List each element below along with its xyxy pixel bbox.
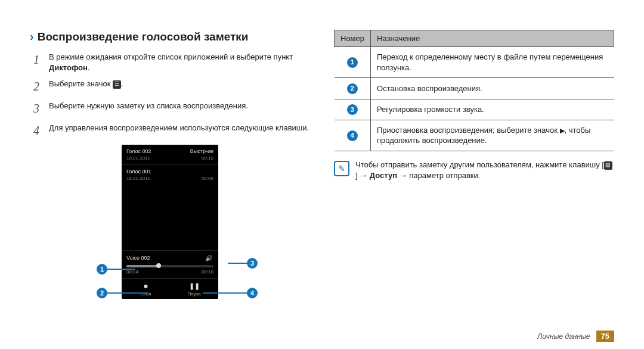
phone-header-title: Голос 002 <box>126 148 151 154</box>
callout-2: 2 <box>97 288 107 298</box>
play-icon: ▶ <box>560 127 565 134</box>
stop-button[interactable]: ■ <box>122 279 170 291</box>
time-total: 00:10 <box>202 269 213 275</box>
row-badge: 1 <box>347 57 358 68</box>
note-icon: ✎ <box>334 161 349 176</box>
volume-icon[interactable]: 🔊 <box>204 254 213 261</box>
step-number: 4 <box>33 123 49 139</box>
pause-button[interactable]: ❚❚ <box>170 279 218 291</box>
list-icon <box>113 80 121 89</box>
steps-list: 1 В режиме ожидания откройте список прил… <box>30 52 310 139</box>
row-desc: Переход к определенному месту в файле пу… <box>371 47 614 78</box>
step-text: Выберите нужную заметку из списка воспро… <box>49 101 310 117</box>
step-text: Для управления воспроизведением использу… <box>49 123 310 139</box>
phone-header-action: Выстр-ие <box>190 148 213 154</box>
step-number: 1 <box>33 52 49 73</box>
footer-page-number: 75 <box>596 331 614 342</box>
callout-3: 3 <box>247 258 258 269</box>
row-badge: 4 <box>347 130 358 141</box>
step-text: Выберите значок . <box>49 79 310 95</box>
callout-1: 1 <box>97 264 107 275</box>
step-number: 2 <box>33 79 49 95</box>
phone-row-date: 18.01.2011 <box>126 176 150 181</box>
row-badge: 2 <box>347 83 358 94</box>
reference-table: Номер Назначение 1 Переход к определенно… <box>334 30 614 151</box>
footer-section: Личные данные <box>537 332 590 341</box>
player-title: Voice 002 <box>126 255 150 261</box>
time-elapsed: 00:04 <box>126 269 138 275</box>
row-badge: 3 <box>347 104 358 115</box>
row-desc: Остановка воспроизведения. <box>371 78 614 99</box>
row-desc: Регулировка громкости звука. <box>371 99 614 120</box>
phone-list-item: Голос 001 <box>122 165 218 176</box>
table-header-desc: Назначение <box>371 30 614 47</box>
chevron-right-icon: › <box>30 30 34 43</box>
phone-header-dur: 00:10 <box>202 155 213 161</box>
progress-slider[interactable] <box>126 265 213 267</box>
table-header-number: Номер <box>335 30 371 47</box>
note-box: ✎ Чтобы отправить заметку другим пользов… <box>334 160 614 180</box>
section-heading: › Воспроизведение голосовой заметки <box>30 30 310 43</box>
heading-text: Воспроизведение голосовой заметки <box>38 30 249 43</box>
menu-icon <box>604 161 612 170</box>
phone-header-date: 18.01.2011 <box>126 155 150 161</box>
row-desc: Приостановка воспроизведения; выберите з… <box>371 120 614 151</box>
phone-screenshot: Голос 002 Выстр-ие 18.01.2011 00:10 Голо… <box>30 145 310 311</box>
note-text: Чтобы отправить заметку другим пользоват… <box>355 160 614 180</box>
callout-4: 4 <box>247 288 258 298</box>
step-number: 3 <box>33 101 49 117</box>
page-footer: Личные данные 75 <box>537 331 614 342</box>
phone-row-dur: 00:09 <box>202 176 213 181</box>
step-text: В режиме ожидания откройте список прилож… <box>49 52 310 73</box>
